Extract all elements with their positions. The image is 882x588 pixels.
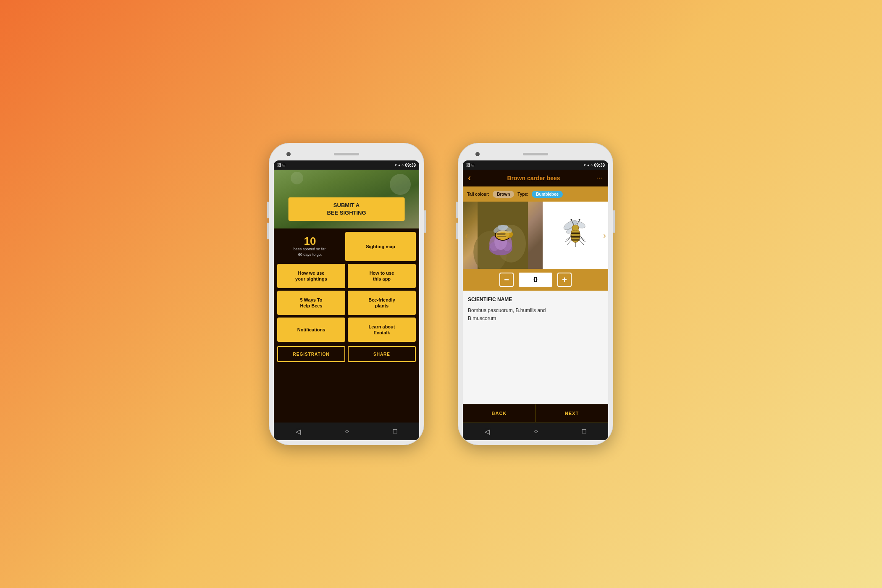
scientific-name-section: SCIENTIFIC NAME Bombus pascuorum, B.humi…	[463, 291, 608, 404]
wifi-icon-right: ▾	[584, 163, 586, 167]
front-camera	[286, 152, 291, 156]
next-detail-button[interactable]: NEXT	[536, 404, 608, 423]
submit-line2: BEE SIGHTING	[297, 209, 396, 217]
share-button[interactable]: SHARE	[348, 346, 416, 362]
nav-bar-right: ◁ ○ □	[463, 423, 608, 440]
tail-colour-tag[interactable]: Brown	[493, 191, 514, 198]
increment-button[interactable]: +	[557, 273, 572, 287]
submit-line1: SUBMIT A	[297, 202, 396, 209]
svg-rect-21	[571, 239, 580, 241]
scientific-label: SCIENTIFIC NAME	[468, 297, 603, 302]
sci-name-part1: Bombus pascuorum, B.humilis	[468, 307, 536, 313]
svg-point-25	[571, 219, 572, 220]
sighting-map-button[interactable]: Sighting map	[345, 232, 416, 261]
back-nav-icon[interactable]: ◁	[296, 428, 301, 436]
phone-left: 🖼 ⊟ ▾ ◂ ○ 09:39 SUBMIT A BEE SIGHTING	[269, 143, 424, 445]
vol-down-button-right[interactable]	[456, 223, 458, 239]
bee-images: ‹	[463, 202, 608, 269]
bee-days: 60 days to go.	[298, 252, 322, 257]
photo-icon: 🖼	[277, 163, 281, 167]
hero-area: SUBMIT A BEE SIGHTING	[274, 170, 419, 228]
flower-decoration	[390, 174, 411, 195]
menu-row-3: 5 Ways To Help Bees Bee-friendly plants	[277, 291, 416, 315]
app-content-left: SUBMIT A BEE SIGHTING 10 bees spotted so…	[274, 170, 419, 423]
bee-sketch-area	[543, 202, 608, 269]
recent-nav-icon-right[interactable]: □	[582, 428, 586, 435]
sci-name-and: and	[537, 307, 546, 313]
screen-left: 🖼 ⊟ ▾ ◂ ○ 09:39 SUBMIT A BEE SIGHTING	[274, 160, 419, 440]
power-button-right[interactable]	[613, 210, 615, 233]
stats-box: 10 bees spotted so far. 60 days to go.	[277, 232, 343, 261]
vol-down-button[interactable]	[267, 223, 269, 239]
filter-bar: Tail colour: Brown Type: Bumblebee	[463, 186, 608, 202]
count-display: 0	[519, 273, 552, 287]
learn-ecotalk-button[interactable]: Learn about Ecotalk	[348, 318, 416, 342]
image-next-button[interactable]: ›	[603, 231, 606, 240]
detail-header: ‹ Brown carder bees ···	[463, 170, 608, 186]
screen-right: 🖼 ⊟ ▾ ◂ ○ 09:39 ‹ Brown carder bees ··· …	[463, 160, 608, 440]
notifications-button[interactable]: Notifications	[277, 318, 345, 342]
svg-rect-19	[571, 233, 580, 234]
home-nav-icon[interactable]: ○	[345, 428, 349, 435]
bee-species-title: Brown carder bees	[507, 175, 560, 181]
submit-bee-button[interactable]: SUBMIT A BEE SIGHTING	[289, 197, 405, 221]
phone-right: 🖼 ⊟ ▾ ◂ ○ 09:39 ‹ Brown carder bees ··· …	[458, 143, 613, 445]
decrement-button[interactable]: −	[499, 273, 514, 287]
bee-decoration	[291, 172, 303, 184]
phone-speaker-right	[523, 153, 548, 155]
menu-area: 10 bees spotted so far. 60 days to go. S…	[274, 228, 419, 423]
back-nav-icon-right[interactable]: ◁	[485, 428, 490, 436]
svg-point-14	[496, 230, 509, 239]
power-button[interactable]	[424, 210, 426, 233]
five-ways-button[interactable]: 5 Ways To Help Bees	[277, 291, 345, 315]
menu-row-2: How we use your sightings How to use thi…	[277, 264, 416, 288]
bee-friendly-plants-button[interactable]: Bee-friendly plants	[348, 291, 416, 315]
how-to-use-button[interactable]: How to use this app	[348, 264, 416, 288]
signal-icon-right: ◂	[587, 163, 589, 167]
type-tag[interactable]: Bumblebee	[532, 191, 563, 198]
bee-count: 10	[304, 236, 316, 247]
sci-name-part2: B.muscorum	[468, 315, 496, 321]
detail-nav: BACK NEXT	[463, 404, 608, 423]
scientific-name: Bombus pascuorum, B.humilis and B.muscor…	[468, 307, 603, 323]
status-time-right: 09:39	[594, 163, 605, 168]
wifi-icon: ▾	[395, 163, 397, 167]
back-button[interactable]: ‹	[468, 173, 471, 184]
tail-colour-label: Tail colour:	[467, 192, 489, 197]
svg-point-26	[579, 219, 580, 220]
sim-icon: ⊟	[282, 163, 286, 167]
vol-up-button[interactable]	[267, 202, 269, 218]
phone-speaker	[334, 153, 359, 155]
vol-up-button-right[interactable]	[456, 202, 458, 218]
battery-icon: ○	[402, 163, 404, 167]
counter-bar: − 0 +	[463, 269, 608, 291]
front-camera-right	[475, 152, 480, 156]
menu-row-4: Notifications Learn about Ecotalk	[277, 318, 416, 342]
recent-nav-icon[interactable]: □	[393, 428, 397, 435]
status-time-left: 09:39	[405, 163, 416, 168]
bee-description: bees spotted so far.	[294, 247, 327, 252]
detail-content: ‹ Brown carder bees ··· Tail colour: Bro…	[463, 170, 608, 423]
battery-icon-right: ○	[591, 163, 593, 167]
type-label: Type:	[517, 192, 528, 197]
status-bar-left: 🖼 ⊟ ▾ ◂ ○ 09:39	[274, 160, 419, 170]
status-bar-right: 🖼 ⊟ ▾ ◂ ○ 09:39	[463, 160, 608, 170]
photo-icon-right: 🖼	[466, 163, 470, 167]
image-prev-button[interactable]: ‹	[465, 231, 468, 240]
svg-point-22	[572, 225, 579, 231]
more-options-button[interactable]: ···	[596, 174, 603, 182]
nav-bar-left: ◁ ○ □	[274, 423, 419, 440]
sim-icon-right: ⊟	[471, 163, 475, 167]
svg-rect-20	[571, 236, 580, 238]
bee-photo	[463, 202, 543, 269]
top-row: 10 bees spotted so far. 60 days to go. S…	[277, 232, 416, 261]
bottom-buttons: REGISTRATION SHARE	[277, 346, 416, 362]
home-nav-icon-right[interactable]: ○	[534, 428, 538, 435]
how-we-use-button[interactable]: How we use your sightings	[277, 264, 345, 288]
registration-button[interactable]: REGISTRATION	[277, 346, 345, 362]
signal-icon: ◂	[398, 163, 400, 167]
back-detail-button[interactable]: BACK	[463, 404, 536, 423]
